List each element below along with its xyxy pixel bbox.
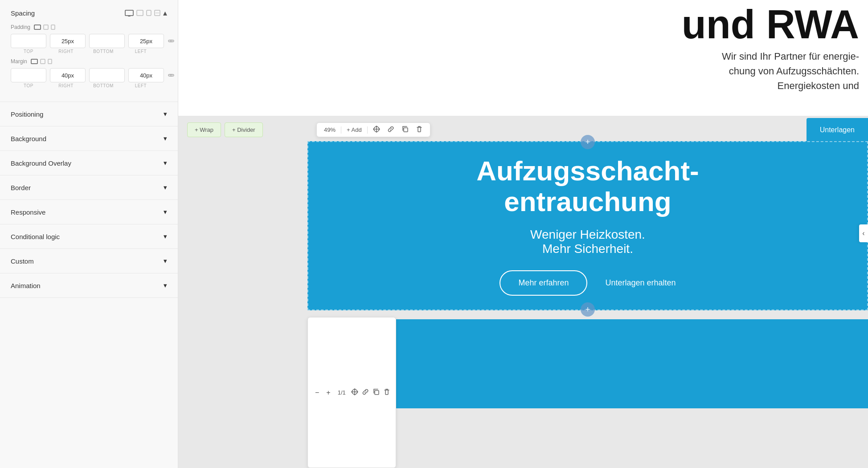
counter-label: 1/1 <box>336 389 348 396</box>
padding-label: Padding <box>11 24 167 30</box>
svg-rect-11 <box>41 59 45 64</box>
blue-subtext: Weniger Heizkosten. Mehr Sicherheit. <box>530 228 645 256</box>
svg-rect-3 <box>137 10 143 16</box>
margin-right-input[interactable] <box>50 68 86 82</box>
background-overlay-header[interactable]: Background Overlay ▾ <box>0 151 178 175</box>
padding-top-input[interactable] <box>11 34 46 48</box>
expand-icon[interactable] <box>154 10 160 16</box>
background-header[interactable]: Background ▾ <box>0 126 178 151</box>
padding-top-wrap <box>11 34 46 48</box>
margin-labels: TOP RIGHT BOTTOM LEFT <box>11 83 167 88</box>
add-button[interactable]: + Add <box>345 126 364 133</box>
padding-right-wrap <box>50 34 86 48</box>
padding-mobile-icon[interactable] <box>51 24 55 30</box>
positioning-header[interactable]: Positioning ▾ <box>0 102 178 126</box>
link-icon-bottom[interactable] <box>362 388 369 397</box>
background-chevron: ▾ <box>164 134 167 142</box>
blue-heading: Aufzugsschacht- entrauchung <box>476 156 699 216</box>
blue-buttons: Mehr erfahren Unterlagen erhalten <box>500 270 676 296</box>
unterlagen-top-button[interactable]: Unterlagen <box>807 118 868 142</box>
section-responsive[interactable]: Responsive ▾ <box>0 200 178 224</box>
spacing-collapse-icon[interactable]: ▴ <box>163 8 167 18</box>
svg-rect-10 <box>31 59 37 64</box>
border-chevron: ▾ <box>164 183 167 191</box>
collapse-arrow[interactable]: ‹ <box>859 224 868 242</box>
divider-button[interactable]: + Divider <box>225 122 263 137</box>
svg-rect-4 <box>147 10 151 16</box>
spacing-label: Spacing <box>11 9 35 17</box>
delete-icon-bottom[interactable] <box>383 388 390 397</box>
custom-chevron: ▾ <box>164 257 167 265</box>
collapse-icon: ‹ <box>862 229 864 237</box>
copy-icon[interactable] <box>400 126 410 134</box>
padding-left-input[interactable] <box>128 34 164 48</box>
add-button-bottom[interactable]: + <box>581 302 595 317</box>
margin-top-wrap <box>11 68 46 82</box>
padding-labels: TOP RIGHT BOTTOM LEFT <box>11 49 167 54</box>
bottom-toolbar: − + 1/1 <box>307 317 396 468</box>
margin-bottom-input[interactable] <box>89 68 125 82</box>
margin-left-input[interactable] <box>128 68 164 82</box>
section-background-overlay[interactable]: Background Overlay ▾ <box>0 151 178 175</box>
margin-desktop-icon[interactable] <box>31 59 38 64</box>
mobile-icon[interactable] <box>146 10 151 16</box>
top-text-large: und RWA <box>682 4 859 45</box>
svg-rect-7 <box>34 25 41 29</box>
delete-icon[interactable] <box>414 126 425 134</box>
section-conditional-logic[interactable]: Conditional logic ▾ <box>0 224 178 249</box>
padding-group: Padding <box>11 24 167 54</box>
animation-header[interactable]: Animation ▾ <box>0 273 178 297</box>
wrap-toolbar: + Wrap + Divider <box>187 122 263 137</box>
padding-fields-row <box>11 34 167 48</box>
padding-left-wrap <box>128 34 164 48</box>
padding-right-input[interactable] <box>50 34 86 48</box>
link-icon[interactable] <box>385 126 396 134</box>
padding-tablet-icon[interactable] <box>43 24 49 30</box>
copy-icon-bottom[interactable] <box>373 388 380 397</box>
tablet-icon[interactable] <box>136 10 143 16</box>
toolbar-divider-2 <box>367 126 368 134</box>
svg-rect-0 <box>125 10 133 16</box>
conditional-logic-header[interactable]: Conditional logic ▾ <box>0 224 178 248</box>
padding-desktop-icon[interactable] <box>34 24 41 30</box>
padding-bottom-wrap <box>89 34 125 48</box>
device-icons: ▴ <box>125 8 167 18</box>
positioning-chevron: ▾ <box>164 110 167 118</box>
section-border[interactable]: Border ▾ <box>0 175 178 200</box>
margin-left-wrap <box>128 68 164 82</box>
unterlagen-erhalten-link[interactable]: Unterlagen erhalten <box>605 278 676 288</box>
svg-rect-13 <box>404 128 408 132</box>
section-animation[interactable]: Animation ▾ <box>0 273 178 298</box>
element-toolbar: 49% + Add <box>316 122 430 137</box>
minus-button[interactable]: − <box>313 389 321 397</box>
section-background[interactable]: Background ▾ <box>0 126 178 151</box>
top-text-small: Wir sind Ihr Partner für energie- chung … <box>722 49 859 93</box>
animation-chevron: ▾ <box>164 281 167 289</box>
margin-top-input[interactable] <box>11 68 46 82</box>
wrap-button[interactable]: + Wrap <box>187 122 221 137</box>
section-custom[interactable]: Custom ▾ <box>0 249 178 273</box>
svg-rect-12 <box>48 59 52 64</box>
margin-fields-row <box>11 68 167 82</box>
responsive-header[interactable]: Responsive ▾ <box>0 200 178 224</box>
margin-mobile-icon[interactable] <box>48 59 52 64</box>
add-button-top[interactable]: + <box>581 135 595 149</box>
svg-rect-9 <box>51 25 55 29</box>
margin-bottom-wrap <box>89 68 125 82</box>
mehr-erfahren-button[interactable]: Mehr erfahren <box>500 270 587 296</box>
padding-link-icon[interactable] <box>168 35 175 47</box>
margin-right-wrap <box>50 68 86 82</box>
border-header[interactable]: Border ▾ <box>0 175 178 199</box>
margin-tablet-icon[interactable] <box>40 59 45 64</box>
desktop-icon[interactable] <box>125 10 134 16</box>
margin-link-icon[interactable] <box>168 69 175 81</box>
custom-header[interactable]: Custom ▾ <box>0 249 178 273</box>
section-positioning[interactable]: Positioning ▾ <box>0 102 178 126</box>
toolbar-divider-1 <box>341 126 341 134</box>
move-icon-bottom[interactable] <box>351 388 358 397</box>
responsive-chevron: ▾ <box>164 208 167 216</box>
plus-button[interactable]: + <box>324 389 332 397</box>
move-icon[interactable] <box>371 126 382 134</box>
svg-rect-14 <box>375 391 379 395</box>
padding-bottom-input[interactable] <box>89 34 125 48</box>
